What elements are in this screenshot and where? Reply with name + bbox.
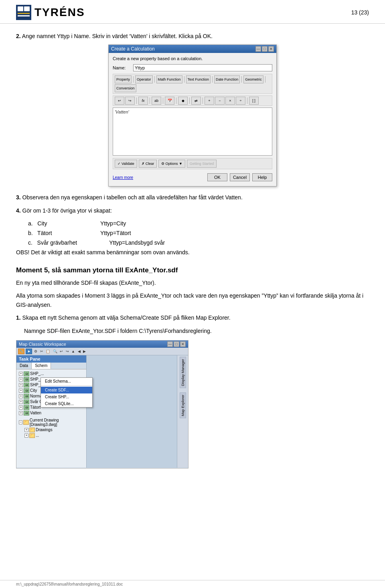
ss-close-btn[interactable]: ✕ [180,341,186,347]
toolbar-math-btn[interactable]: Math Function [156,75,182,83]
moment5-heading: Moment 5, slå samman ytorna till ExAnte_… [16,266,369,274]
calendar-btn[interactable]: 📅 [165,97,174,105]
toolbar-conv-btn[interactable]: Conversion [115,84,136,92]
tree-shp1[interactable]: + 🗂 SHP_... [17,371,85,377]
map-explorer-tab[interactable]: Map Explorer [180,393,186,418]
tree-icon-drawings: 📁 [29,428,35,432]
dialog-minimize-btn[interactable]: — [255,46,261,52]
toolbar-icon2[interactable]: ▶ [26,349,32,354]
step51-text2: Namnge SDF-filen ExAnte_Ytor.SDF i folde… [24,326,369,335]
tree-icon-shp3: 🗂 [24,383,29,387]
clear-icon: ✗ [142,162,145,166]
tab-schema[interactable]: Schem [32,363,51,369]
step4-a-value: Yttyp=City [100,219,126,229]
tree-expand-tatort[interactable]: + [19,406,23,410]
step2-text: 2. Ange namnet Yttyp i Name. Skriv in vä… [16,32,369,41]
tree-icon-city: 🗂 [24,388,29,393]
help-button[interactable]: Help [252,173,272,181]
tree-label-drawing: Current Drawing [Drawing3.dwg] [30,418,84,427]
tab-data[interactable]: Data [16,363,32,369]
step51-text: 1. Skapa ett nytt Schema genom att välja… [16,313,369,322]
dialog-formula-area[interactable]: 'Vatten' [113,107,272,156]
tree-expand-vatten[interactable]: + [19,411,23,415]
toolbar-date-btn[interactable]: Date Function [214,75,240,83]
tree-icon-more: 📁 [29,433,35,438]
minus-btn[interactable]: − [215,97,225,105]
dialog-name-input[interactable] [133,64,272,71]
menu-create-sdf[interactable]: Create SDF... [41,387,92,393]
toolbar-geo-btn[interactable]: Geometric [243,75,263,83]
formula-text: 'Vatten' [115,109,129,114]
tree-vatten[interactable]: + 🗂 Vatten [17,410,85,416]
toolbar-icon1[interactable]: 🔧 [18,349,24,354]
svg-rect-2 [24,6,30,11]
dialog-titlebar-buttons: — □ ✕ [255,46,274,52]
toolbar-operator-btn[interactable]: Operator [135,75,153,83]
tree-more[interactable]: + 📁 ... [23,433,85,438]
undo-btn[interactable]: ↩ [115,97,124,105]
menu-create-shp[interactable]: Create SHP... [41,393,92,400]
tree-current-drawing[interactable]: − 📁 Current Drawing [Drawing3.dwg] [17,418,85,427]
cancel-button[interactable]: Cancel [230,173,250,181]
step4-b-label: b. Tätort [28,229,68,238]
bracket-btn[interactable]: [ ] [249,97,259,105]
screenshot-container: Map Classic Workspace — □ ✕ 🔧 ▶ ⚙ ✂ 📋 🔍 … [16,340,369,468]
dialog-maximize-btn[interactable]: □ [262,46,267,52]
menu-edit-schema[interactable]: Edit Schema... [41,378,92,385]
tree-icon-shp2: 🗂 [24,377,29,382]
edit-sep2 [150,97,150,104]
tree-expand-shp2[interactable]: + [19,377,23,381]
tree-expand-drawings[interactable]: + [24,428,28,432]
toolbar-property-btn[interactable]: Property [115,75,132,83]
tree-icon-vatten: 🗂 [24,411,29,416]
ok-button[interactable]: OK [207,173,227,181]
convert-btn[interactable]: ⇄ [191,97,201,105]
learn-more-link[interactable]: Learn more [113,175,133,180]
dialog-screenshot-container: Create a Calculation — □ ✕ Create a new … [16,45,369,187]
step4-item-b: b. Tätort Yttyp=Tätort [28,229,369,238]
plus-btn[interactable]: + [205,97,214,105]
side-tabs: Display Manager Map Explorer [177,355,188,468]
tree-expand-shp3[interactable]: + [19,383,23,387]
toolbar-text-btn[interactable]: Text Function [186,75,211,83]
dialog-action-buttons: OK Cancel Help [207,173,272,181]
logo-text: TYRÉNS [34,6,85,19]
moment5-para1: En ny yta med tillhörande SDF-fil skapas… [16,278,369,287]
options-btn[interactable]: ⚙ Options ▼ [158,160,185,168]
step4-sublist: a. City Yttyp=City b. Tätort Yttyp=Tätor… [28,219,369,247]
options-icon: ⚙ [161,162,164,166]
fx-btn[interactable]: fx [138,97,148,105]
context-menu: Edit Schema... Create SDF... Create SHP.… [41,377,93,408]
screenshot-title: Map Classic Workspace [19,342,66,347]
shape-btn[interactable]: ◆ [178,97,188,105]
ss-max-btn[interactable]: □ [174,341,179,347]
clear-btn[interactable]: ✗ Clear [139,160,157,168]
getting-started-btn[interactable]: Getting Started [187,160,217,168]
tree-drawings[interactable]: + 📁 Drawings [23,427,85,433]
display-manager-tab[interactable]: Display Manager [180,357,186,388]
ss-min-btn[interactable]: — [167,341,173,347]
tree-expand-normal[interactable]: + [19,394,23,398]
tree-expand-shp1[interactable]: + [19,372,23,376]
toolbar-icons-group: ⚙ ✂ 📋 🔍 ↩ ↪ ▲ ◀ ▶ [33,349,87,353]
screenshot-box: Map Classic Workspace — □ ✕ 🔧 ▶ ⚙ ✂ 📋 🔍 … [16,340,188,468]
toolbar-sep5 [241,76,242,83]
step4-c-value: Yttyp=Landsbygd svår [109,238,165,248]
div-btn[interactable]: ÷ [236,97,245,105]
validate-btn[interactable]: ✓ Validate [115,160,137,168]
tree-expand-more[interactable]: + [24,434,28,438]
redo-btn[interactable]: ↪ [125,97,135,105]
logo-icon [16,5,31,20]
mul-btn[interactable]: × [225,97,235,105]
menu-create-sqlite[interactable]: Create SQLite... [41,400,92,407]
tree-expand-drawing[interactable]: − [19,420,22,424]
toolbar-sep2 [154,76,155,83]
step4-c-label: c. Svår grävbarhet [28,238,77,248]
dialog-description: Create a new property based on a calcula… [113,56,272,61]
tree-expand-svar[interactable]: + [19,400,23,404]
ab-btn[interactable]: ab [152,97,161,105]
dialog-close-btn[interactable]: ✕ [268,46,274,52]
tree-expand-city[interactable]: + [19,389,23,393]
validate-label: Validate [122,162,134,166]
edit-sep4 [176,97,176,104]
